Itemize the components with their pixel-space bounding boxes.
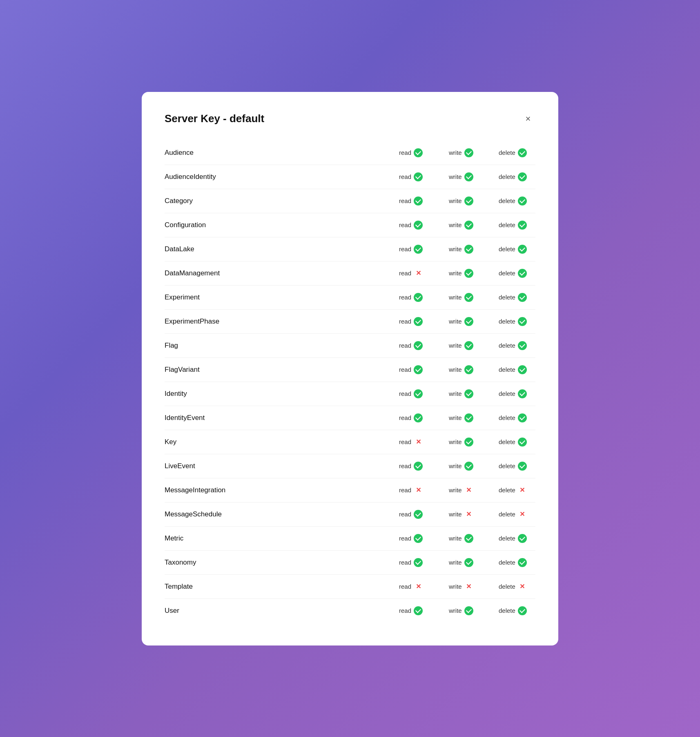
delete-cross-icon: ✕	[518, 510, 527, 519]
read-check-icon	[414, 558, 423, 567]
perm-delete: delete	[499, 317, 535, 326]
perm-delete: delete	[499, 365, 535, 374]
resource-name: Experiment	[165, 293, 200, 302]
perm-read: read	[399, 606, 436, 615]
write-label: write	[449, 583, 462, 590]
permissions-group: readwritedelete	[399, 389, 535, 398]
delete-label: delete	[499, 366, 515, 373]
close-button[interactable]: ×	[521, 112, 535, 126]
delete-label: delete	[499, 173, 515, 180]
delete-cross-icon: ✕	[518, 582, 527, 591]
resource-name: AudienceIdentity	[165, 173, 216, 181]
write-check-icon	[464, 293, 473, 302]
write-check-icon	[464, 462, 473, 471]
permissions-group: read✕writedelete	[399, 438, 535, 447]
perm-read: read	[399, 172, 436, 181]
delete-label: delete	[499, 221, 515, 228]
perm-delete: delete	[499, 606, 535, 615]
resource-name: Audience	[165, 149, 194, 157]
permissions-group: readwrite✕delete✕	[399, 510, 535, 519]
delete-check-icon	[518, 558, 527, 567]
read-check-icon	[414, 413, 423, 422]
modal-header: Server Key - default ×	[165, 112, 535, 126]
perm-read: read	[399, 534, 436, 543]
perm-write: write	[449, 413, 486, 422]
read-label: read	[399, 221, 411, 228]
permission-row: FlagVariantreadwritedelete	[165, 358, 535, 382]
resource-name: DataManagement	[165, 269, 220, 277]
delete-label: delete	[499, 294, 515, 301]
permission-row: IdentityEventreadwritedelete	[165, 406, 535, 430]
write-cross-icon: ✕	[464, 486, 473, 495]
perm-delete: delete	[499, 462, 535, 471]
write-label: write	[449, 390, 462, 397]
permissions-group: readwritedelete	[399, 148, 535, 157]
read-cross-icon: ✕	[414, 438, 423, 447]
resource-name: Template	[165, 583, 193, 591]
write-label: write	[449, 221, 462, 228]
delete-check-icon	[518, 245, 527, 254]
resource-name: Configuration	[165, 221, 206, 229]
resource-name: ExperimentPhase	[165, 317, 219, 326]
perm-write: write	[449, 462, 486, 471]
permission-row: Flagreadwritedelete	[165, 334, 535, 358]
perm-read: read	[399, 245, 436, 254]
delete-check-icon	[518, 293, 527, 302]
perm-delete: delete	[499, 389, 535, 398]
delete-label: delete	[499, 390, 515, 397]
modal-title: Server Key - default	[165, 112, 264, 125]
write-check-icon	[464, 389, 473, 398]
permissions-group: readwritedelete	[399, 293, 535, 302]
delete-label: delete	[499, 535, 515, 542]
permission-row: DataLakereadwritedelete	[165, 237, 535, 261]
write-check-icon	[464, 606, 473, 615]
read-check-icon	[414, 606, 423, 615]
perm-write: write	[449, 365, 486, 374]
perm-read: read	[399, 148, 436, 157]
perm-read: read✕	[399, 438, 436, 447]
write-label: write	[449, 438, 462, 445]
read-cross-icon: ✕	[414, 582, 423, 591]
read-check-icon	[414, 365, 423, 374]
delete-label: delete	[499, 583, 515, 590]
perm-write: write	[449, 245, 486, 254]
read-check-icon	[414, 534, 423, 543]
perm-read: read	[399, 341, 436, 350]
write-check-icon	[464, 245, 473, 254]
perm-read: read	[399, 197, 436, 205]
permission-row: ExperimentPhasereadwritedelete	[165, 310, 535, 334]
permission-row: MessageSchedulereadwrite✕delete✕	[165, 502, 535, 527]
delete-label: delete	[499, 438, 515, 445]
write-label: write	[449, 318, 462, 325]
read-label: read	[399, 342, 411, 349]
perm-read: read	[399, 413, 436, 422]
read-label: read	[399, 607, 411, 614]
delete-label: delete	[499, 607, 515, 614]
permission-row: Identityreadwritedelete	[165, 382, 535, 406]
write-label: write	[449, 149, 462, 156]
permissions-group: read✕write✕delete✕	[399, 486, 535, 495]
write-cross-icon: ✕	[464, 510, 473, 519]
permissions-group: readwritedelete	[399, 221, 535, 230]
write-check-icon	[464, 148, 473, 157]
perm-delete: delete	[499, 341, 535, 350]
write-check-icon	[464, 341, 473, 350]
delete-label: delete	[499, 318, 515, 325]
permissions-group: readwritedelete	[399, 462, 535, 471]
perm-write: write	[449, 438, 486, 447]
read-label: read	[399, 270, 411, 277]
perm-read: read✕	[399, 486, 436, 495]
delete-check-icon	[518, 462, 527, 471]
read-check-icon	[414, 462, 423, 471]
perm-delete: delete	[499, 197, 535, 205]
write-check-icon	[464, 197, 473, 205]
permissions-group: read✕writedelete	[399, 269, 535, 278]
read-check-icon	[414, 148, 423, 157]
permission-list: AudiencereadwritedeleteAudienceIdentityr…	[165, 141, 535, 623]
read-label: read	[399, 390, 411, 397]
delete-label: delete	[499, 559, 515, 566]
write-label: write	[449, 607, 462, 614]
resource-name: Flag	[165, 342, 178, 350]
perm-read: read	[399, 510, 436, 519]
read-label: read	[399, 173, 411, 180]
